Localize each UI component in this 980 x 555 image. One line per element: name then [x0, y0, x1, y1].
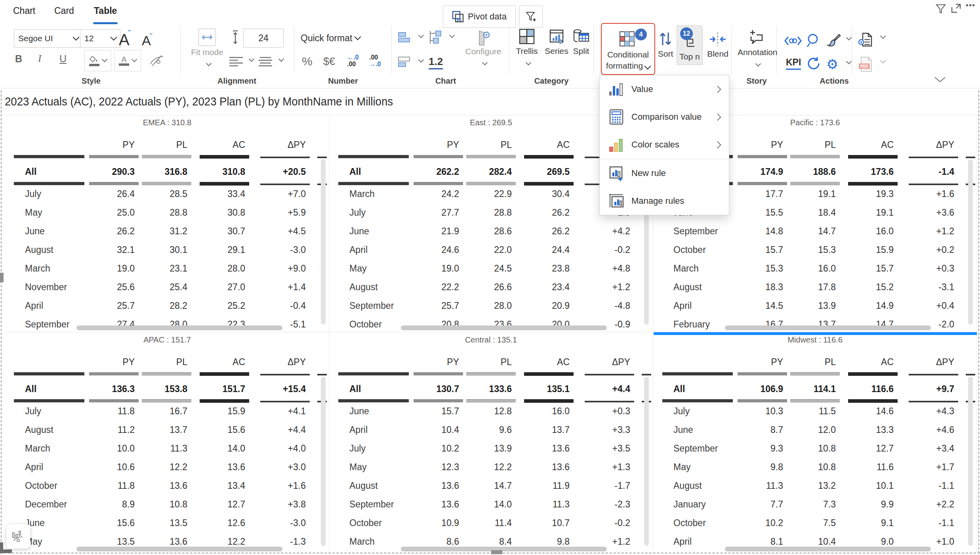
- split-button[interactable]: Split: [569, 29, 593, 56]
- filter-fields-button[interactable]: [519, 6, 543, 28]
- embed-link-icon[interactable]: [784, 35, 802, 47]
- row-value: 28.5: [134, 189, 187, 199]
- row-value: 9.8: [516, 536, 570, 547]
- menu-item-manage-rules[interactable]: Manage rules: [600, 187, 729, 215]
- row-value: 14.0: [192, 443, 245, 454]
- decrease-decimals-icon[interactable]: ←.0.00: [347, 54, 358, 67]
- new-rule-icon: [608, 165, 624, 181]
- hierarchy-icon[interactable]: [428, 29, 444, 45]
- top-n-button[interactable]: 12 Top n: [677, 25, 703, 65]
- table-row: August11.213.715.6+4.4: [5, 425, 329, 436]
- chevron-right-icon: [714, 113, 721, 121]
- brush-icon[interactable]: [826, 33, 841, 48]
- vertical-align-dropdown[interactable]: [258, 56, 273, 67]
- chevron-down-icon[interactable]: [418, 33, 424, 38]
- number-scale-button[interactable]: 1.2: [429, 56, 443, 69]
- chevron-down-icon[interactable]: [449, 33, 455, 38]
- chevron-down-icon[interactable]: [418, 57, 424, 63]
- font-family-select[interactable]: Segoe UI: [14, 29, 83, 48]
- refresh-icon[interactable]: [806, 56, 821, 71]
- italic-button[interactable]: I: [38, 53, 41, 64]
- horizontal-scrollbar[interactable]: [76, 547, 282, 551]
- selected-panel-indicator: [654, 332, 977, 335]
- horizontal-align-dropdown[interactable]: [229, 56, 243, 67]
- row-label: March: [673, 263, 699, 274]
- row-value: 30.8: [192, 207, 245, 218]
- tab-table[interactable]: Table: [94, 6, 117, 16]
- horizontal-scrollbar[interactable]: [76, 325, 282, 330]
- vertical-scrollbar[interactable]: [321, 377, 326, 546]
- decrease-font-icon[interactable]: Aˇ: [142, 32, 153, 48]
- menu-item-comparison-value[interactable]: Comparison value: [600, 103, 729, 131]
- row-height-input[interactable]: 24: [243, 29, 284, 48]
- menu-item-color-scales[interactable]: Color scales: [600, 131, 729, 159]
- bold-button[interactable]: B: [15, 53, 22, 65]
- configure-button[interactable]: Configure: [459, 29, 507, 67]
- horizontal-scrollbar[interactable]: [725, 325, 931, 330]
- font-size-select[interactable]: 12: [80, 29, 120, 48]
- pivot-data-button[interactable]: Pivot data: [443, 6, 516, 28]
- currency-icon[interactable]: $€: [323, 56, 335, 68]
- increase-decimals-icon[interactable]: .00→.0: [369, 54, 381, 67]
- kpi-button[interactable]: KPI: [786, 57, 801, 70]
- annotation-button[interactable]: Annotation: [738, 29, 776, 68]
- underline-button[interactable]: U: [59, 53, 67, 65]
- chart-variant-icon[interactable]: [398, 56, 413, 69]
- vertical-scrollbar[interactable]: [321, 159, 326, 325]
- row-value: +1.6: [252, 480, 306, 491]
- row-value: 19.0: [406, 263, 459, 274]
- row-value: -1.1: [901, 480, 954, 491]
- gear-icon[interactable]: ⚙: [826, 56, 838, 72]
- menu-item-value[interactable]: Value: [600, 75, 729, 103]
- chevron-down-icon[interactable]: [278, 56, 284, 62]
- fit-mode-button[interactable]: Fit mode: [189, 29, 225, 67]
- horizontal-scrollbar[interactable]: [401, 547, 607, 551]
- conditional-formatting-button[interactable]: 4 Conditional formatting: [601, 23, 655, 75]
- collapse-ribbon-icon[interactable]: [934, 76, 946, 83]
- settings-document-icon[interactable]: [858, 32, 874, 48]
- pivot-data-label: Pivot data: [468, 11, 507, 22]
- vertical-scrollbar[interactable]: [968, 377, 973, 546]
- horizontal-scrollbar[interactable]: [725, 547, 931, 551]
- clear-style-icon[interactable]: [150, 55, 164, 67]
- row-value: 24.6: [406, 245, 459, 255]
- chevron-down-icon[interactable]: [880, 58, 886, 63]
- resize-handle-left[interactable]: [0, 273, 4, 282]
- blend-button[interactable]: Blend: [705, 32, 730, 59]
- chevron-down-icon[interactable]: [846, 59, 852, 64]
- more-options-icon[interactable]: •••: [966, 1, 975, 10]
- panel-title: EMEA : 310.8: [5, 118, 329, 127]
- tab-chart[interactable]: Chart: [13, 6, 35, 16]
- tab-card[interactable]: Card: [54, 6, 74, 16]
- resize-handle-bottom-left[interactable]: [0, 549, 12, 553]
- sort-button[interactable]: Sort: [656, 31, 675, 59]
- trellis-button[interactable]: Trellis: [512, 29, 542, 67]
- table-row: September9.310.812.7+3.4: [654, 443, 976, 455]
- vertical-scrollbar[interactable]: [968, 159, 973, 325]
- zebra-bi-logo-button[interactable]: [6, 524, 30, 549]
- chevron-down-icon[interactable]: [880, 33, 886, 39]
- focus-mode-icon[interactable]: [951, 3, 962, 14]
- increase-font-icon[interactable]: Aˆ: [119, 29, 131, 49]
- column-style-bar: [89, 372, 139, 375]
- quick-format-select[interactable]: Quick format: [300, 29, 371, 48]
- resize-handle-bottom-center[interactable]: [491, 550, 502, 554]
- menu-item-new-rule[interactable]: New rule: [600, 159, 729, 187]
- pdf-export-icon[interactable]: PDF: [858, 56, 874, 72]
- row-value: 13.7: [516, 425, 570, 435]
- percent-icon[interactable]: %: [302, 55, 313, 68]
- filter-icon[interactable]: [935, 2, 947, 14]
- vertical-scrollbar[interactable]: [644, 377, 649, 546]
- fill-color-button[interactable]: [84, 50, 111, 71]
- chevron-down-icon[interactable]: [249, 56, 254, 62]
- sort-label: Sort: [656, 49, 675, 59]
- zoom-icon[interactable]: [806, 33, 821, 48]
- series-button[interactable]: Series: [543, 29, 570, 56]
- table-row: November25.625.427.0+1.4: [5, 282, 329, 294]
- chevron-down-icon[interactable]: [846, 35, 852, 40]
- font-color-button[interactable]: A: [114, 50, 141, 71]
- row-value: 15.6: [192, 425, 245, 435]
- horizontal-scrollbar[interactable]: [401, 325, 607, 330]
- table-row: May19.024.523.8+4.8: [330, 263, 652, 275]
- chart-type-icon[interactable]: [398, 31, 413, 44]
